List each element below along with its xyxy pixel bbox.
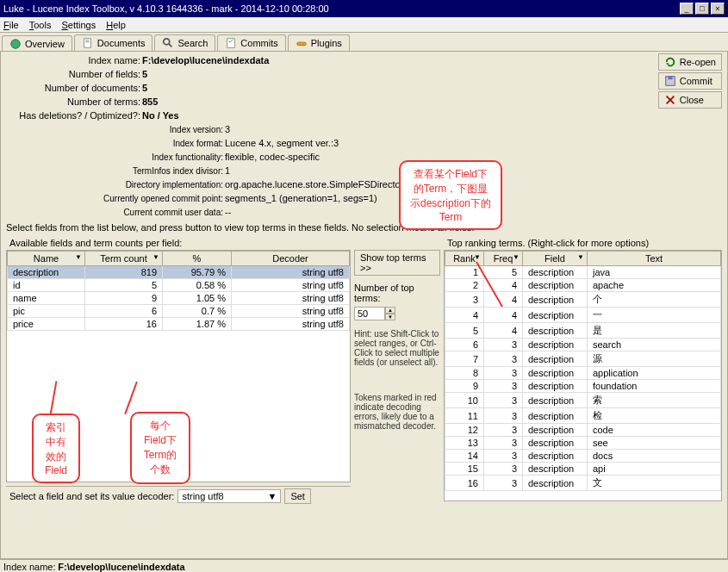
numterms-label: Number of terms: bbox=[3, 96, 140, 107]
table-row[interactable]: price161.87 %string utf8 bbox=[8, 318, 350, 331]
plugins-icon bbox=[296, 37, 308, 49]
tab-search[interactable]: Search bbox=[154, 34, 215, 51]
table-row[interactable]: 54description是 bbox=[445, 323, 721, 339]
maximize-button[interactable]: □ bbox=[695, 3, 709, 15]
overview-icon bbox=[9, 38, 22, 50]
numfields-value: 5 bbox=[142, 69, 147, 79]
status-bar: Index name: F:\develop\lucene\indexdata bbox=[0, 559, 728, 572]
indexname-label: Index name: bbox=[3, 55, 140, 65]
top-terms-label: Top ranking terms. (Right-click for more… bbox=[447, 238, 722, 248]
table-row[interactable]: name91.05 %string utf8 bbox=[8, 292, 350, 305]
status-indexname-label: Index name: bbox=[3, 562, 56, 572]
table-row[interactable]: 123descriptioncode bbox=[445, 424, 721, 437]
svg-rect-6 bbox=[227, 39, 235, 48]
fields-table[interactable]: Name▼ Term count▼ % Decoder description8… bbox=[7, 251, 350, 331]
table-row[interactable]: 34description个 bbox=[445, 292, 721, 308]
numdocs-value: 5 bbox=[142, 83, 147, 93]
svg-rect-3 bbox=[85, 41, 89, 42]
close-button[interactable]: × bbox=[711, 3, 725, 15]
num-top-terms-label: Number of top terms: bbox=[354, 283, 440, 303]
num-top-terms-spinner[interactable]: ▲▼ bbox=[354, 307, 440, 320]
commitpoint-value: segments_1 (generation=1, segs=1) bbox=[225, 193, 377, 203]
tab-overview[interactable]: Overview bbox=[2, 35, 72, 52]
menu-bar: File Tools Settings Help bbox=[0, 17, 728, 33]
col-field[interactable]: Field▼ bbox=[523, 252, 588, 266]
numterms-value: 855 bbox=[142, 96, 158, 107]
spinner-up[interactable]: ▲ bbox=[385, 307, 395, 314]
directory-value: org.apache.lucene.store.SimpleFSDirector… bbox=[225, 179, 408, 190]
hint-shift-click: Hint: use Shift-Click to select ranges, … bbox=[354, 329, 440, 367]
available-fields-label: Available fields and term counts per fie… bbox=[9, 238, 351, 248]
stats-block: Index name:F:\develop\lucene\indexdata N… bbox=[3, 53, 725, 219]
table-row[interactable]: 113description检 bbox=[445, 408, 721, 424]
show-top-terms-button[interactable]: Show top terms >> bbox=[354, 250, 440, 276]
table-row[interactable]: 73description源 bbox=[445, 351, 721, 367]
documents-icon bbox=[82, 37, 94, 49]
table-row[interactable]: 153descriptionapi bbox=[445, 463, 721, 476]
table-row[interactable]: 163description文 bbox=[445, 476, 721, 491]
col-termcount[interactable]: Term count▼ bbox=[85, 252, 163, 266]
svg-point-4 bbox=[164, 39, 170, 45]
callout-term-count: 每个Field下Term的个数 bbox=[130, 412, 190, 484]
col-text[interactable]: Text bbox=[588, 252, 721, 266]
svg-line-5 bbox=[169, 44, 172, 47]
table-row[interactable]: pic60.7 %string utf8 bbox=[8, 305, 350, 318]
spinner-down[interactable]: ▼ bbox=[385, 314, 395, 320]
svg-point-0 bbox=[11, 40, 21, 49]
svg-rect-7 bbox=[296, 42, 306, 46]
numfields-label: Number of fields: bbox=[3, 69, 140, 79]
version-label: Index version: bbox=[3, 125, 223, 134]
table-row[interactable]: 133descriptionsee bbox=[445, 437, 721, 450]
divisor-label: TermInfos index divisor: bbox=[3, 166, 223, 176]
table-row[interactable]: 83descriptionapplication bbox=[445, 367, 721, 380]
svg-rect-2 bbox=[85, 40, 89, 41]
search-icon bbox=[162, 37, 174, 49]
menu-settings[interactable]: Settings bbox=[61, 20, 96, 30]
divisor-value: 1 bbox=[225, 165, 230, 176]
menu-file[interactable]: File bbox=[3, 20, 19, 30]
col-pct[interactable]: % bbox=[163, 252, 232, 266]
col-decoder[interactable]: Decoder bbox=[232, 252, 350, 266]
menu-tools[interactable]: Tools bbox=[29, 20, 52, 30]
version-value: 3 bbox=[225, 124, 230, 134]
tab-bar: Overview Documents Search Commits Plugin… bbox=[0, 33, 728, 51]
commits-icon bbox=[225, 37, 237, 49]
functionality-label: Index functionality: bbox=[3, 152, 223, 162]
deletions-value: No / Yes bbox=[142, 110, 179, 121]
hint-red-tokens: Tokens marked in red indicate decoding e… bbox=[354, 393, 440, 431]
svg-rect-1 bbox=[84, 39, 90, 48]
decoder-select[interactable]: string utf8▼ bbox=[177, 489, 281, 503]
numdocs-label: Number of documents: bbox=[3, 83, 140, 93]
tab-documents[interactable]: Documents bbox=[74, 34, 153, 51]
table-row[interactable]: id50.58 %string utf8 bbox=[8, 279, 350, 292]
decoder-label: Select a field and set its value decoder… bbox=[9, 491, 174, 501]
title-bar: Luke - Lucene Index Toolbox, v 4.10.3 16… bbox=[0, 0, 728, 17]
col-freq[interactable]: Freq▼ bbox=[484, 252, 523, 266]
userdata-value: -- bbox=[225, 207, 231, 217]
format-label: Index format: bbox=[3, 139, 223, 148]
directory-label: Directory implementation: bbox=[3, 180, 223, 190]
tab-plugins[interactable]: Plugins bbox=[288, 34, 350, 51]
num-top-terms-input[interactable] bbox=[354, 307, 385, 320]
tab-commits[interactable]: Commits bbox=[217, 34, 285, 51]
status-indexname-value: F:\develop\lucene\indexdata bbox=[58, 562, 184, 572]
set-decoder-button[interactable]: Set bbox=[284, 488, 311, 504]
minimize-button[interactable]: _ bbox=[680, 3, 694, 15]
userdata-label: Current commit user data: bbox=[3, 208, 223, 217]
title-text: Luke - Lucene Index Toolbox, v 4.10.3 16… bbox=[3, 3, 329, 14]
terms-table[interactable]: Rank▼ Freq▼ Field▼ Text 15descriptionjav… bbox=[445, 251, 721, 491]
table-row[interactable]: 44description一 bbox=[445, 308, 721, 323]
table-row[interactable]: 93descriptionfoundation bbox=[445, 380, 721, 393]
functionality-value: flexible, codec-specific bbox=[225, 152, 320, 162]
commitpoint-label: Currently opened commit point: bbox=[3, 194, 223, 203]
callout-view-field-terms: 查看某个Field下的Term，下图显示description下的Term bbox=[399, 160, 502, 230]
format-value: Lucene 4.x, segment ver.:3 bbox=[225, 138, 339, 148]
table-row[interactable]: description81995.79 %string utf8 bbox=[8, 266, 350, 279]
table-row[interactable]: 103description索 bbox=[445, 393, 721, 408]
indexname-value: F:\develop\lucene\indexdata bbox=[142, 55, 269, 65]
col-name[interactable]: Name▼ bbox=[8, 252, 85, 266]
table-row[interactable]: 63descriptionsearch bbox=[445, 339, 721, 351]
menu-help[interactable]: Help bbox=[106, 20, 126, 30]
callout-valid-fields: 索引中有效的Field bbox=[32, 413, 80, 483]
table-row[interactable]: 143descriptiondocs bbox=[445, 450, 721, 463]
